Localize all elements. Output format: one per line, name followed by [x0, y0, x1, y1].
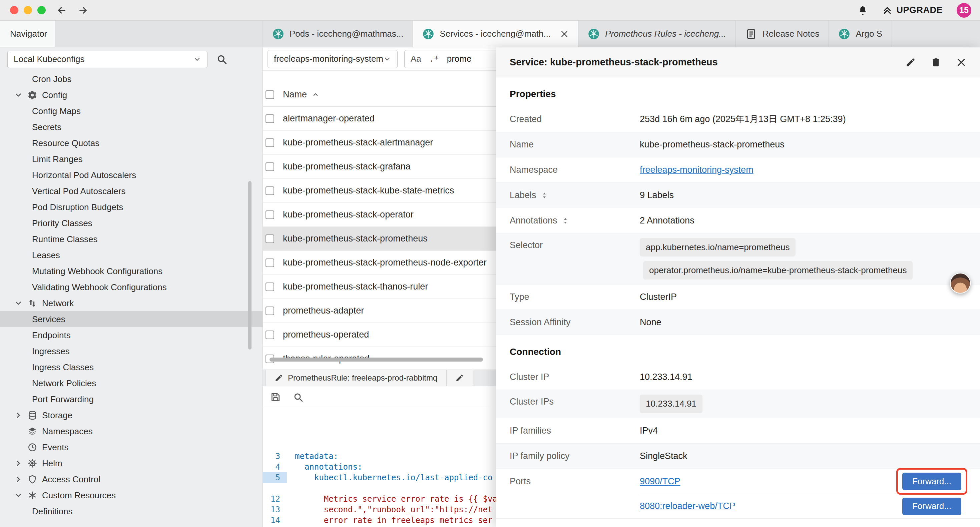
chevron-right-icon[interactable] [14, 459, 23, 468]
sidebar-scrollbar[interactable] [248, 181, 251, 350]
column-header-name[interactable]: Name [283, 89, 307, 100]
back-arrow-icon[interactable] [56, 5, 67, 16]
sidebar-item-definitions[interactable]: Definitions [0, 503, 262, 519]
port-link[interactable]: 8080:reloader-web/TCP [640, 500, 735, 512]
sort-caret-up-icon[interactable] [312, 91, 320, 99]
chevron-down-icon[interactable] [14, 299, 23, 307]
sidebar-item-services[interactable]: Services [0, 311, 262, 327]
sidebar-item-network-policies[interactable]: Network Policies [0, 375, 262, 391]
sidebar-item-mutating-webhook-configurations[interactable]: Mutating Webhook Configurations [0, 263, 262, 279]
namespace-filter-dropdown[interactable]: freeleaps-monitoring-system [267, 50, 398, 68]
sidebar-item-label: Network [42, 298, 74, 309]
sidebar-item-pod-disruption-budgets[interactable]: Pod Disruption Budgets [0, 199, 262, 215]
sidebar-item-ingress-classes[interactable]: Ingress Classes [0, 359, 262, 375]
detail-label-text: Type [510, 292, 529, 302]
navigator-header: Navigator [0, 21, 262, 47]
titlebar-actions: UPGRADE 15 [857, 3, 980, 18]
notification-count-badge[interactable]: 15 [957, 3, 971, 18]
sidebar-item-port-forwarding[interactable]: Port Forwarding [0, 391, 262, 407]
sidebar-item-leases[interactable]: Leases [0, 247, 262, 263]
namespace-filter-value: freeleaps-monitoring-system [274, 54, 383, 64]
detail-label: Namespace [510, 165, 640, 175]
sidebar-item-runtime-classes[interactable]: Runtime Classes [0, 231, 262, 247]
sidebar-item-helm[interactable]: Helm [0, 455, 262, 471]
sidebar-item-custom-resources[interactable]: Custom Resources [0, 487, 262, 503]
sort-arrows-icon[interactable] [562, 217, 570, 225]
sidebar-item-config[interactable]: Config [0, 87, 262, 103]
sidebar-item-config-maps[interactable]: Config Maps [0, 103, 262, 119]
row-checkbox[interactable] [266, 210, 274, 219]
upgrade-label: UPGRADE [896, 5, 943, 15]
namespace-link[interactable]: freeleaps-monitoring-system [640, 165, 754, 175]
tab-prometheus-rules-icecheng[interactable]: Prometheus Rules - icecheng... [578, 21, 736, 47]
details-drawer: Service: kube-prometheus-stack-prometheu… [496, 47, 980, 527]
row-checkbox[interactable] [266, 162, 274, 171]
sidebar-item-access-control[interactable]: Access Control [0, 471, 262, 487]
chevron-down-icon[interactable] [14, 91, 23, 99]
sidebar-item-ingresses[interactable]: Ingresses [0, 343, 262, 359]
swap-vertical-icon [27, 298, 37, 308]
close-icon[interactable] [560, 30, 569, 38]
row-checkbox[interactable] [266, 258, 274, 267]
detail-label: Session Affinity [510, 317, 640, 328]
kubeconfig-selector[interactable]: Local Kubeconfigs [7, 51, 207, 68]
close-drawer-icon[interactable] [956, 57, 967, 68]
sidebar-item-endpoints[interactable]: Endpoints [0, 327, 262, 343]
row-checkbox[interactable] [266, 139, 274, 147]
chevron-right-icon[interactable] [14, 411, 23, 420]
sidebar-item-horizontal-pod-autoscalers[interactable]: Horizontal Pod Autoscalers [0, 167, 262, 183]
sidebar-item-label: Port Forwarding [32, 394, 94, 404]
horizontal-scrollbar[interactable] [269, 358, 483, 361]
chevron-right-icon[interactable] [14, 475, 23, 484]
forward-arrow-icon[interactable] [78, 5, 88, 16]
match-case-toggle[interactable]: Aa [410, 54, 421, 64]
row-checkbox[interactable] [266, 307, 274, 315]
tab-services-icecheng-math[interactable]: Services - icecheng@math... [413, 21, 578, 47]
tab-pods-icecheng-mathmas[interactable]: Pods - icecheng@mathmas... [263, 21, 413, 47]
port-link[interactable]: 9090/TCP [640, 475, 681, 487]
tab-release-notes[interactable]: Release Notes [736, 21, 829, 47]
bell-icon[interactable] [857, 5, 868, 16]
tab-argo-s[interactable]: Argo S [829, 21, 892, 47]
row-checkbox[interactable] [266, 186, 274, 195]
port-forward-button[interactable]: Forward... [902, 498, 961, 515]
chevron-down-icon[interactable] [14, 491, 23, 500]
sidebar-item-vertical-pod-autoscalers[interactable]: Vertical Pod Autoscalers [0, 183, 262, 199]
sidebar-item-events[interactable]: Events [0, 439, 262, 455]
sidebar-item-network[interactable]: Network [0, 295, 262, 311]
sidebar-item-validating-webhook-configurations[interactable]: Validating Webhook Configurations [0, 279, 262, 295]
port-forward-button[interactable]: Forward... [902, 473, 961, 490]
detail-value-text: kube-prometheus-stack-prometheus [640, 139, 784, 150]
sort-arrows-icon[interactable] [540, 191, 548, 199]
save-icon[interactable] [270, 392, 281, 403]
sidebar-item-namespaces[interactable]: Namespaces [0, 423, 262, 439]
sidebar-item-storage[interactable]: Storage [0, 407, 262, 423]
service-name: kube-prometheus-stack-prometheus-node-ex… [283, 258, 487, 268]
row-checkbox[interactable] [266, 331, 274, 339]
search-icon[interactable] [216, 54, 228, 65]
dock-tab-prometheusrule-freeleaps-prod-rabbitmq[interactable]: PrometheusRule: freeleaps-prod-rabbitmq [266, 370, 446, 386]
sidebar-item-resource-quotas[interactable]: Resource Quotas [0, 135, 262, 151]
select-all-checkbox[interactable] [266, 91, 274, 99]
trash-icon[interactable] [931, 57, 941, 68]
dock-tab-partial[interactable] [446, 370, 473, 386]
row-checkbox[interactable] [266, 234, 274, 243]
detail-value: IPv4 [640, 425, 961, 436]
row-checkbox[interactable] [266, 282, 274, 291]
pencil-icon[interactable] [905, 57, 916, 68]
sidebar-item-secrets[interactable]: Secrets [0, 119, 262, 135]
minimize-window-button[interactable] [24, 6, 32, 14]
kubeconfig-row: Local Kubeconfigs [0, 47, 262, 71]
editor-search-icon[interactable] [293, 392, 304, 403]
sidebar-item-cron-jobs[interactable]: Cron Jobs [0, 71, 262, 87]
row-checkbox[interactable] [266, 115, 274, 123]
sidebar-item-priority-classes[interactable]: Priority Classes [0, 215, 262, 231]
sidebar-item-label: Endpoints [32, 330, 71, 341]
upgrade-button[interactable]: UPGRADE [882, 5, 943, 15]
drawer-body: PropertiesCreated253d 16h 6m ago (2025年1… [496, 77, 980, 527]
regex-toggle[interactable]: .* [429, 54, 439, 64]
maximize-window-button[interactable] [37, 6, 46, 14]
close-window-button[interactable] [10, 6, 18, 14]
sidebar-item-limit-ranges[interactable]: Limit Ranges [0, 151, 262, 167]
floating-avatar[interactable] [950, 273, 970, 293]
